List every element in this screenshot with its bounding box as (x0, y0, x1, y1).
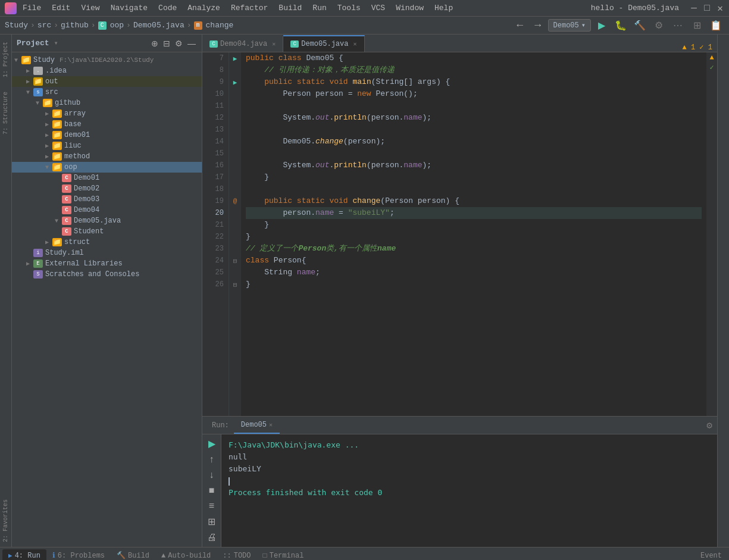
menu-view[interactable]: View (76, 2, 104, 14)
footer-run-tab[interactable]: ▶ 4: Run (2, 549, 46, 561)
coverage-button[interactable]: ⚙ (650, 19, 667, 32)
menu-analyze[interactable]: Analyze (183, 2, 225, 14)
panel-settings-btn[interactable]: ⚙ (174, 37, 184, 49)
menu-run[interactable]: Run (308, 2, 331, 14)
demo05-tab-close[interactable]: ✕ (353, 40, 356, 48)
oop-folder-icon: 📁 (52, 163, 62, 171)
close-button[interactable]: ✕ (716, 4, 724, 12)
run-scroll-down[interactable]: ↓ (208, 468, 215, 481)
tree-liuc[interactable]: ▶ 📁 liuc (12, 140, 202, 151)
menu-help[interactable]: Help (430, 2, 458, 14)
menu-vcs[interactable]: VCS (367, 2, 390, 14)
forward-button[interactable]: → (530, 18, 546, 33)
tree-ext-libs[interactable]: ▶ E External Libraries (12, 258, 202, 269)
ext-lib-icon: E (33, 259, 43, 268)
tree-scratches[interactable]: S Scratches and Consoles (12, 269, 202, 280)
run-settings-btn[interactable]: ⚙ (706, 420, 712, 431)
breadcrumb-demo05java[interactable]: oop (110, 21, 124, 30)
gutter-11 (229, 100, 241, 112)
menu-edit[interactable]: Edit (47, 2, 75, 14)
footer-problems-tab[interactable]: ℹ 6: Problems (46, 549, 111, 560)
footer-run-label: 4: Run (15, 552, 40, 560)
tree-src[interactable]: ▼ s src (12, 87, 202, 98)
tree-demo05-java[interactable]: ▼ C Demo05.java (12, 215, 202, 226)
tree-demo04-java[interactable]: C Demo04 (12, 205, 202, 215)
panel-locate-btn[interactable]: ⊕ (150, 37, 159, 49)
breadcrumb-change[interactable]: change (206, 21, 234, 30)
tree-struct[interactable]: ▶ 📁 struct (12, 237, 202, 248)
minimize-button[interactable]: — (690, 4, 698, 12)
run-clear-btn[interactable]: ≡ (208, 499, 215, 512)
vcs-button[interactable]: 📋 (708, 19, 724, 32)
autobuild-icon: ▲ (161, 552, 165, 560)
demo04-tab-close[interactable]: ✕ (272, 40, 276, 48)
footer-event[interactable]: Event (700, 552, 727, 560)
tree-idea[interactable]: ▶ . .idea (12, 65, 202, 76)
menu-code[interactable]: Code (154, 2, 182, 14)
panel-collapse-btn[interactable]: ⊟ (162, 37, 171, 49)
linenum-18: 18 (202, 183, 229, 195)
gutter-26[interactable]: ⊟ (229, 279, 241, 290)
liuc-folder-icon: 📁 (52, 142, 62, 150)
breadcrumb-study[interactable]: Study (5, 21, 28, 30)
tree-demo01-java[interactable]: C Demo01 (12, 173, 202, 183)
structure-side-tab[interactable]: 7: Structure (1, 87, 11, 139)
tree-student-java[interactable]: C Student (12, 226, 202, 237)
menu-tools[interactable]: Tools (333, 2, 365, 14)
run-tab-close[interactable]: ✕ (269, 421, 273, 428)
breadcrumb-github[interactable]: github (61, 21, 89, 30)
layout-button[interactable]: ⊞ (689, 19, 705, 32)
tree-oop[interactable]: ▼ 📁 oop (12, 162, 202, 173)
run-config-selector[interactable]: Demo05 ▾ (548, 19, 591, 32)
tree-github[interactable]: ▼ 📁 github (12, 98, 202, 108)
menu-navigate[interactable]: Navigate (106, 2, 152, 14)
run-stop-btn[interactable]: ■ (208, 484, 216, 497)
gutter-9[interactable]: ▶ (229, 76, 241, 88)
footer-terminal-tab[interactable]: □ Terminal (257, 549, 310, 561)
favorites-side-tab[interactable]: 2: Favorites (1, 495, 11, 547)
tree-demo03-java[interactable]: C Demo03 (12, 194, 202, 205)
tab-demo04[interactable]: C Demo04.java ✕ (202, 36, 283, 52)
run-scroll-up[interactable]: ↑ (208, 453, 215, 466)
breadcrumb-src[interactable]: src (37, 21, 51, 30)
tab-demo05[interactable]: C Demo05.java ✕ (283, 35, 364, 52)
run-tab-demo05[interactable]: Demo05 ✕ (234, 417, 280, 434)
tree-demo01[interactable]: ▶ 📁 demo01 (12, 130, 202, 140)
footer-todo-tab[interactable]: :: TODO (217, 549, 256, 561)
run-config-label: Demo05 (553, 21, 579, 30)
gutter-7[interactable]: ▶ (229, 52, 241, 64)
project-panel: Project ▾ ⊕ ⊟ ⚙ — ▼ 📁 Study F:\java\IDEA… (12, 35, 202, 547)
project-side-tab[interactable]: 1: Project (1, 37, 11, 82)
tree-method[interactable]: ▶ 📁 method (12, 151, 202, 162)
tree-root-study[interactable]: ▼ 📁 Study F:\java\IDEA2020.2\Study (12, 55, 202, 65)
footer-autobuild-tab[interactable]: ▲ Auto-build (155, 549, 217, 561)
more-run-button[interactable]: ⋯ (669, 19, 686, 32)
menu-refactor[interactable]: Refactor (226, 2, 273, 14)
menu-window[interactable]: Window (391, 2, 428, 14)
gutter-25 (229, 267, 241, 279)
menu-file[interactable]: File (18, 2, 46, 14)
tree-base[interactable]: ▶ 📁 base (12, 119, 202, 130)
code-editor[interactable]: public class Demo05 { // 引用传递：对象，本质还是值传递… (241, 52, 706, 416)
tree-demo02-java[interactable]: C Demo02 (12, 183, 202, 194)
run-expand-btn[interactable]: >> (205, 546, 218, 547)
tree-study-iml[interactable]: i Study.iml (12, 248, 202, 258)
tree-array[interactable]: ▶ 📁 array (12, 108, 202, 119)
debug-button[interactable]: 🐛 (612, 19, 629, 32)
app-logo (5, 2, 17, 14)
footer-build-tab[interactable]: 🔨 Build (111, 549, 155, 560)
code-line-25: String name; (246, 267, 702, 279)
tree-out[interactable]: ▶ 📁 out (12, 76, 202, 87)
breadcrumb-demo05[interactable]: Demo05.java (133, 21, 184, 30)
gutter-24[interactable]: ⊟ (229, 255, 241, 267)
run-filter-btn[interactable]: ⊞ (207, 515, 217, 528)
run-again-btn[interactable]: ▶ (207, 437, 217, 450)
maximize-button[interactable]: □ (703, 4, 711, 12)
build-button[interactable]: 🔨 (631, 19, 648, 32)
editor-warnings: ▲ 1 ✓ 1 (683, 43, 717, 52)
menu-build[interactable]: Build (274, 2, 306, 14)
back-button[interactable]: ← (512, 18, 528, 33)
panel-minimize-btn[interactable]: — (186, 37, 197, 49)
run-button[interactable]: ▶ (593, 19, 610, 32)
run-print-btn[interactable]: 🖨 (206, 531, 218, 544)
